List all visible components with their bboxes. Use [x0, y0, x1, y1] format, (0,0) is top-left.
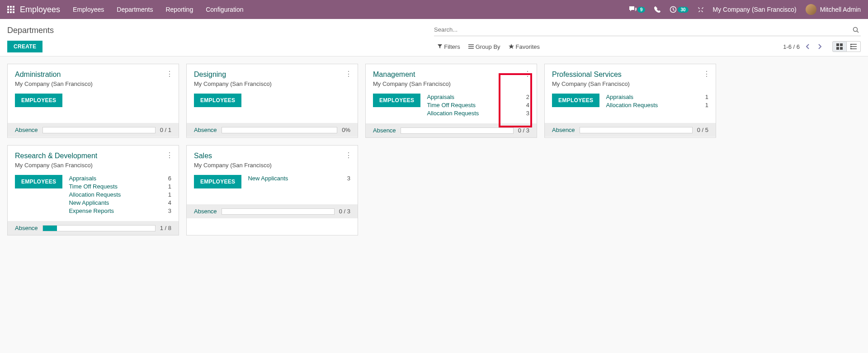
absence-progress — [222, 208, 335, 215]
department-title[interactable]: Sales — [194, 152, 350, 160]
nav-departments[interactable]: Departments — [117, 6, 153, 13]
absence-progress — [401, 127, 514, 134]
department-title[interactable]: Administration — [15, 71, 171, 79]
department-card: ⋮SalesMy Company (San Francisco)EMPLOYEE… — [186, 145, 358, 235]
stat-value: 1 — [168, 191, 171, 198]
department-card: ⋮AdministrationMy Company (San Francisco… — [7, 64, 179, 138]
kanban-view: ⋮AdministrationMy Company (San Francisco… — [0, 56, 868, 243]
absence-value: 0% — [342, 127, 350, 133]
employees-button[interactable]: EMPLOYEES — [15, 175, 62, 188]
stat-link[interactable]: New Applicants — [248, 175, 288, 182]
svg-rect-2 — [13, 6, 14, 8]
pager-next[interactable] — [816, 42, 823, 51]
phone-icon[interactable] — [654, 6, 660, 13]
create-button[interactable]: CREATE — [7, 41, 42, 52]
stats-list: Appraisals6Time Off Requests1Allocation … — [69, 175, 171, 216]
absence-progress — [42, 127, 156, 133]
filters-button[interactable]: Filters — [438, 43, 460, 50]
svg-rect-14 — [840, 47, 843, 50]
stat-link[interactable]: Allocation Requests — [606, 102, 658, 108]
favorites-button[interactable]: Favorites — [509, 43, 540, 50]
search-input[interactable] — [434, 24, 851, 35]
groupby-button[interactable]: Group By — [468, 43, 500, 50]
stat-link[interactable]: Appraisals — [427, 94, 454, 100]
absence-link[interactable]: Absence — [552, 127, 575, 133]
department-title[interactable]: Designing — [194, 71, 350, 79]
app-title[interactable]: Employees — [20, 5, 60, 14]
clock-badge: 30 — [678, 7, 688, 13]
tools-icon[interactable] — [698, 6, 704, 13]
department-title[interactable]: Management — [373, 71, 529, 79]
svg-rect-12 — [840, 43, 843, 46]
apps-icon[interactable] — [7, 6, 14, 13]
company-selector[interactable]: My Company (San Francisco) — [713, 6, 797, 13]
stat-link[interactable]: Time Off Requests — [427, 102, 476, 108]
department-company: My Company (San Francisco) — [15, 162, 171, 169]
card-menu-icon[interactable]: ⋮ — [166, 151, 173, 160]
stat-link[interactable]: Time Off Requests — [69, 183, 118, 190]
absence-progress — [580, 127, 693, 133]
department-title[interactable]: Research & Development — [15, 152, 171, 160]
stat-link[interactable]: Allocation Requests — [69, 191, 121, 198]
absence-link[interactable]: Absence — [373, 127, 396, 134]
stat-link[interactable]: Allocation Requests — [427, 110, 479, 117]
nav-menu: Employees Departments Reporting Configur… — [73, 6, 243, 13]
absence-link[interactable]: Absence — [194, 208, 217, 215]
card-menu-icon[interactable]: ⋮ — [166, 70, 173, 78]
card-menu-icon[interactable]: ⋮ — [345, 70, 352, 78]
breadcrumb: Departments — [7, 26, 54, 35]
card-menu-icon[interactable]: ⋮ — [524, 70, 531, 78]
department-company: My Company (San Francisco) — [194, 80, 350, 87]
stats-list: Appraisals2Time Off Requests4Allocation … — [427, 94, 529, 118]
card-menu-icon[interactable]: ⋮ — [345, 151, 352, 160]
absence-link[interactable]: Absence — [15, 225, 38, 231]
messages-badge: 9 — [637, 7, 646, 13]
department-card: ⋮ManagementMy Company (San Francisco)EMP… — [365, 64, 537, 138]
absence-progress — [222, 127, 338, 133]
nav-configuration[interactable]: Configuration — [206, 6, 243, 13]
card-menu-icon[interactable]: ⋮ — [703, 70, 710, 78]
absence-value: 0 / 1 — [160, 127, 171, 133]
department-card: ⋮Professional ServicesMy Company (San Fr… — [544, 64, 716, 138]
department-company: My Company (San Francisco) — [15, 80, 171, 87]
absence-value: 1 / 8 — [160, 225, 171, 231]
department-company: My Company (San Francisco) — [552, 80, 708, 87]
pager-prev[interactable] — [804, 42, 811, 51]
topbar: Employees Employees Departments Reportin… — [0, 0, 868, 19]
absence-value: 0 / 5 — [697, 127, 708, 133]
stat-value: 1 — [168, 183, 171, 190]
control-panel: Departments CREATE Filters Group By Favo… — [0, 19, 868, 56]
stat-link[interactable]: Appraisals — [69, 175, 96, 182]
employees-button[interactable]: EMPLOYEES — [15, 94, 62, 107]
nav-reporting[interactable]: Reporting — [165, 6, 193, 13]
messages-icon[interactable]: 9 — [629, 6, 646, 13]
department-card: ⋮DesigningMy Company (San Francisco)EMPL… — [186, 64, 358, 138]
svg-rect-3 — [7, 9, 9, 10]
stat-value: 3 — [347, 175, 350, 182]
kanban-view-button[interactable] — [832, 41, 847, 52]
svg-point-10 — [854, 27, 858, 31]
search-icon[interactable] — [851, 27, 861, 33]
svg-rect-13 — [836, 47, 839, 50]
department-title[interactable]: Professional Services — [552, 71, 708, 79]
employees-button[interactable]: EMPLOYEES — [194, 175, 241, 188]
department-company: My Company (San Francisco) — [373, 80, 529, 87]
stat-link[interactable]: Expense Reports — [69, 207, 114, 214]
list-view-button[interactable] — [847, 41, 861, 52]
employees-button[interactable]: EMPLOYEES — [552, 94, 599, 107]
stat-link[interactable]: New Applicants — [69, 199, 109, 206]
svg-point-16 — [850, 46, 851, 47]
nav-employees[interactable]: Employees — [73, 6, 104, 13]
svg-rect-8 — [13, 11, 14, 13]
svg-rect-1 — [10, 6, 12, 8]
employees-button[interactable]: EMPLOYEES — [373, 94, 420, 107]
absence-progress — [42, 225, 156, 231]
absence-link[interactable]: Absence — [194, 127, 217, 133]
clock-icon[interactable]: 30 — [670, 6, 688, 13]
user-menu[interactable]: Mitchell Admin — [806, 4, 861, 15]
stat-link[interactable]: Appraisals — [606, 94, 633, 100]
filters-label: Filters — [444, 43, 460, 50]
absence-link[interactable]: Absence — [15, 127, 38, 133]
employees-button[interactable]: EMPLOYEES — [194, 94, 241, 107]
stat-value: 6 — [168, 175, 171, 182]
